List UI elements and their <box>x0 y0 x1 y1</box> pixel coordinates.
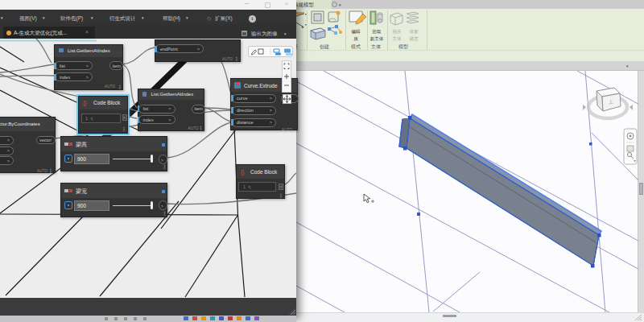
svg-text:上: 上 <box>607 99 613 105</box>
